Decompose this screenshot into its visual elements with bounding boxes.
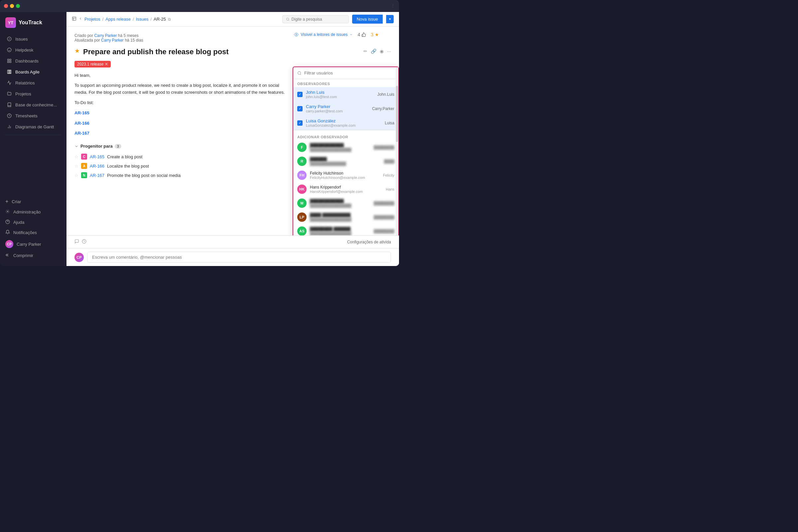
add-user-blurred-5[interactable]: AS ████████ ██████ ████████████████ ████… — [293, 224, 398, 235]
more-icon[interactable]: ··· — [387, 49, 391, 54]
sidebar-item-administracao[interactable]: Administração — [0, 207, 66, 217]
svg-line-22 — [288, 20, 289, 21]
star-ar165[interactable]: ☆ — [75, 154, 78, 159]
sidebar-item-issues[interactable]: Issues — [1, 34, 65, 44]
activity-bar: Configurações de ativida — [66, 235, 399, 248]
svg-line-25 — [300, 74, 301, 75]
collapse-icon[interactable] — [75, 144, 78, 148]
parent-id-ar167[interactable]: AR-167 — [90, 173, 104, 178]
sidebar-item-criar[interactable]: + Criar — [0, 196, 66, 207]
columns-icon — [7, 69, 12, 75]
add-user-felicity-info: Felicity Hutchinson FelicityHutchinson@e… — [310, 171, 380, 179]
new-issue-dropdown-button[interactable]: ▾ — [386, 15, 394, 23]
issue-title: Prepare and publish the release blog pos… — [83, 47, 360, 57]
sidebar-item-diagramas-gantt-label: Diagramas de Gantt — [15, 125, 54, 129]
search-observer-icon — [297, 71, 302, 75]
breadcrumb-issues[interactable]: Issues — [136, 17, 149, 22]
add-user-blurred-2-email: ██████████████ — [310, 162, 381, 166]
breadcrumb-current: AR-25 — [154, 17, 166, 22]
add-user-blurred-3-email: ████████████████ — [310, 204, 370, 208]
eye-icon — [294, 32, 299, 37]
maximize-button[interactable] — [16, 4, 20, 8]
sidebar-item-diagramas-gantt[interactable]: Diagramas de Gantt — [1, 121, 65, 132]
check-circle-icon — [7, 36, 12, 41]
sidebar-icon-sm — [72, 16, 76, 22]
vote-thumbs-up[interactable]: 4 — [358, 32, 366, 37]
collapse-icon — [5, 253, 10, 258]
add-user-felicity[interactable]: FH Felicity Hutchinson FelicityHutchinso… — [293, 168, 398, 182]
breadcrumb-projects[interactable]: Projetos — [84, 17, 100, 22]
scrollbar[interactable] — [396, 67, 398, 235]
comment-activity-icon[interactable] — [75, 239, 79, 245]
parent-id-ar165[interactable]: AR-165 — [90, 154, 104, 159]
add-user-blurred-4[interactable]: LP ████ ██████████ ████████████████ ████… — [293, 210, 398, 224]
sidebar-item-helpdesk[interactable]: Helpdesk — [1, 44, 65, 55]
breadcrumb: Projetos / Apps release / Issues / AR-25… — [72, 16, 171, 22]
comment-input[interactable] — [87, 252, 391, 263]
svg-rect-5 — [10, 59, 11, 60]
add-user-blurred-3[interactable]: M ████████████ ████████████████ ████████ — [293, 196, 398, 210]
activity-icons — [75, 239, 87, 245]
sidebar-item-boards-agile[interactable]: Boards Agile — [1, 66, 65, 77]
observers-section-label: OBSERVADORES — [293, 79, 398, 87]
sidebar-item-base-conhecimento[interactable]: Base de conhecime... — [1, 99, 65, 110]
close-button[interactable] — [4, 4, 8, 8]
observer-john-luis[interactable]: ✓ John Luis john.luis@test.com John.Luis — [293, 87, 398, 101]
user-profile[interactable]: CP Carry Parker — [0, 238, 66, 250]
logo-icon: YT — [5, 17, 16, 28]
link-ar166[interactable]: AR-166 — [75, 121, 90, 126]
chevron-down-icon — [349, 33, 353, 36]
sidebar-item-relatorios[interactable]: Relatórios — [1, 77, 65, 88]
clock-activity-icon[interactable] — [82, 239, 87, 245]
updated-by[interactable]: Carry Parker — [101, 38, 124, 42]
titlebar-menu-icon[interactable]: ⋮ — [391, 4, 395, 8]
sidebar-item-notificacoes[interactable]: Notificações — [0, 227, 66, 238]
add-user-blurred-1-email: ████████████████ — [310, 148, 370, 152]
copy-icon[interactable]: ⧉ — [168, 17, 171, 22]
bar-chart-icon — [7, 124, 12, 129]
sidebar-item-comprimir[interactable]: Comprimir — [0, 250, 66, 261]
book-icon — [7, 102, 12, 108]
gear-icon — [5, 209, 10, 215]
sidebar-item-ajuda[interactable]: Ajuda — [0, 217, 66, 227]
comment-avatar: CP — [75, 253, 84, 262]
breadcrumb-project[interactable]: Apps release — [106, 17, 131, 22]
sidebar-item-projetos[interactable]: Projetos — [1, 89, 65, 99]
new-issue-button[interactable]: Nova issue — [352, 15, 383, 24]
link-ar167[interactable]: AR-167 — [75, 131, 90, 136]
sidebar-item-criar-label: Criar — [12, 199, 21, 204]
sidebar: YT YouTrack Issues Helpdesk — [0, 12, 66, 266]
search-input[interactable] — [291, 17, 345, 22]
plus-icon: + — [5, 198, 8, 205]
add-user-blurred-5-name: ████████ ██████ — [310, 227, 370, 231]
add-user-hans[interactable]: HK Hans Krippendorf HansKrippendorf@exam… — [293, 182, 398, 196]
back-icon[interactable] — [78, 17, 82, 22]
observer-carry-parker-handle: Carry.Parker — [372, 107, 394, 111]
tag-remove-icon[interactable]: ✕ — [105, 62, 108, 66]
created-by[interactable]: Carry Parker — [94, 33, 117, 38]
favorite-star-icon[interactable]: ★ — [75, 47, 80, 55]
visibility-label[interactable]: Visível a leitores de issues — [301, 32, 347, 37]
observer-luisa-gonzalez-name: Luisa González — [306, 118, 381, 124]
observer-luisa-gonzalez[interactable]: ✓ Luisa González LuisaGonzalez@example.c… — [293, 116, 398, 130]
sidebar-item-timesheets[interactable]: Timesheets — [1, 110, 65, 121]
user-name: Carry Parker — [17, 242, 41, 247]
add-user-blurred-2[interactable]: R ██████ ██████████████ ████ — [293, 154, 398, 168]
observer-carry-parker[interactable]: ✓ Carry Parker carry.parker@test.com Car… — [293, 101, 398, 116]
link-icon[interactable]: 🔗 — [371, 49, 376, 54]
vote-stars[interactable]: 3 ★ — [371, 32, 379, 37]
add-user-blurred-3-info: ████████████ ████████████████ — [310, 199, 370, 208]
add-user-blurred-1[interactable]: F ████████████ ████████████████ ████████ — [293, 140, 398, 154]
share-icon[interactable]: ◉ — [380, 49, 384, 54]
sidebar-item-dashboards[interactable]: Dashboards — [1, 56, 65, 66]
link-ar165[interactable]: AR-165 — [75, 110, 90, 115]
svg-rect-4 — [8, 59, 9, 60]
traffic-lights — [4, 4, 20, 8]
star-ar166[interactable]: ☆ — [75, 164, 78, 169]
star-count: 3 — [371, 32, 374, 37]
edit-icon[interactable]: ✏ — [363, 49, 367, 54]
observer-search-input[interactable] — [304, 71, 394, 75]
minimize-button[interactable] — [10, 4, 14, 8]
star-ar167[interactable]: ☆ — [75, 173, 78, 178]
parent-id-ar166[interactable]: AR-166 — [90, 164, 104, 169]
